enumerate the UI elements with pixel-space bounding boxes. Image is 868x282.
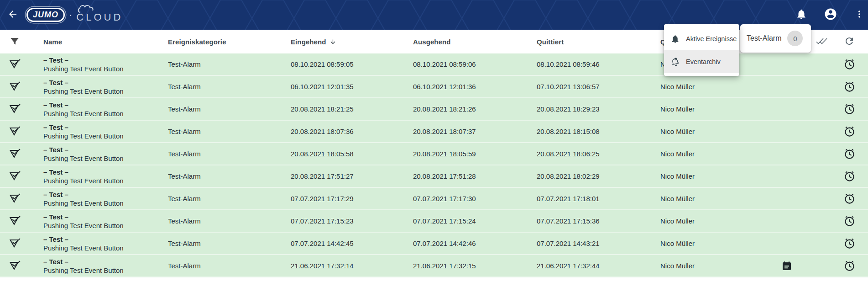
calendar-icon[interactable] — [781, 255, 794, 277]
event-state-triangle-check-icon — [9, 255, 22, 277]
event-category: Test-Alarm — [168, 98, 201, 120]
category-count-badge: 0 — [787, 31, 803, 46]
table-row[interactable]: – Test – Pushing Test Event Button Test-… — [0, 165, 868, 188]
acknowledge-all-button[interactable] — [812, 34, 831, 49]
event-incoming-time: 07.07.2021 17:15:23 — [291, 210, 354, 232]
menu-item-event-archive[interactable]: Eventarchiv — [664, 50, 739, 73]
event-outgoing-time: 07.07.2021 17:17:30 — [413, 188, 476, 209]
table-row[interactable]: – Test – Pushing Test Event Button Test-… — [0, 188, 868, 210]
event-state-triangle-check-icon — [9, 165, 22, 187]
alarm-clock-icon[interactable] — [843, 53, 857, 75]
event-category: Test-Alarm — [168, 53, 201, 75]
event-category: Test-Alarm — [168, 210, 201, 232]
event-name-cell: – Test – Pushing Test Event Button — [43, 143, 124, 165]
event-acknowledged-by: Nico Müller — [660, 121, 695, 142]
event-incoming-time: 08.10.2021 08:59:05 — [291, 53, 354, 75]
event-state-triangle-check-icon — [9, 98, 22, 120]
funnel-icon — [9, 42, 20, 48]
table-row[interactable]: – Test – Pushing Test Event Button Test-… — [0, 255, 868, 277]
refresh-button[interactable] — [840, 34, 858, 49]
alarm-clock-icon[interactable] — [843, 98, 857, 120]
event-description: Pushing Test Event Button — [43, 176, 124, 185]
event-outgoing-time: 06.10.2021 12:01:36 — [413, 76, 476, 97]
cloud-icon — [77, 3, 98, 15]
event-acknowledged-time: 07.07.2021 14:43:21 — [537, 233, 600, 254]
bell-icon — [795, 8, 807, 21]
alarm-clock-icon[interactable] — [843, 165, 857, 187]
category-filter-popup: Test-Alarm 0 — [740, 24, 811, 53]
event-title: – Test – — [43, 257, 68, 266]
event-outgoing-time: 07.07.2021 17:15:24 — [413, 210, 476, 232]
event-name-cell: – Test – Pushing Test Event Button — [43, 76, 124, 97]
event-acknowledged-time: 07.07.2021 17:18:01 — [537, 188, 600, 209]
more-menu-button[interactable] — [852, 0, 866, 30]
table-row[interactable]: – Test – Pushing Test Event Button Test-… — [0, 233, 868, 255]
alarm-clock-icon[interactable] — [843, 233, 857, 254]
event-title: – Test – — [43, 145, 68, 154]
jumo-logo: JUMO — [26, 8, 65, 22]
column-header-acknowledged[interactable]: Quittiert — [537, 30, 564, 53]
column-header-outgoing[interactable]: Ausgehend — [413, 30, 451, 53]
category-chip-label[interactable]: Test-Alarm — [747, 34, 781, 43]
event-outgoing-time: 20.08.2021 18:21:26 — [413, 98, 476, 120]
event-incoming-time: 20.08.2021 18:07:36 — [291, 121, 354, 142]
column-header-category[interactable]: Ereigniskategorie — [168, 30, 226, 53]
table-row[interactable]: – Test – Pushing Test Event Button Test-… — [0, 76, 868, 98]
event-acknowledged-by: Nico Müller — [660, 210, 695, 232]
event-description: Pushing Test Event Button — [43, 132, 124, 140]
event-title: – Test – — [43, 101, 68, 109]
event-outgoing-time: 21.06.2021 17:32:15 — [413, 255, 476, 277]
event-category: Test-Alarm — [168, 165, 201, 187]
table-row[interactable]: – Test – Pushing Test Event Button Test-… — [0, 98, 868, 121]
cloud-wordmark: CLOUD — [76, 7, 123, 23]
alarm-clock-icon[interactable] — [843, 121, 857, 142]
event-acknowledged-time: 21.06.2021 17:32:44 — [537, 255, 600, 277]
event-outgoing-time: 20.08.2021 18:05:59 — [413, 143, 476, 165]
account-button[interactable] — [822, 0, 839, 30]
table-row[interactable]: – Test – Pushing Test Event Button Test-… — [0, 121, 868, 143]
event-acknowledged-by: Nico Müller — [660, 76, 695, 97]
alarm-clock-icon[interactable] — [843, 255, 857, 277]
event-acknowledged-time: 20.08.2021 18:06:25 — [537, 143, 600, 165]
event-state-triangle-check-icon — [9, 143, 22, 165]
menu-item-active-events[interactable]: Aktive Ereignisse — [664, 27, 739, 50]
event-title: – Test – — [43, 235, 68, 244]
event-outgoing-time: 20.08.2021 18:07:37 — [413, 121, 476, 142]
event-category: Test-Alarm — [168, 188, 201, 209]
alarm-clock-icon[interactable] — [843, 143, 857, 165]
event-state-triangle-check-icon — [9, 233, 22, 254]
event-description: Pushing Test Event Button — [43, 199, 124, 208]
event-description: Pushing Test Event Button — [43, 266, 124, 275]
alarm-clock-icon[interactable] — [843, 76, 857, 97]
event-incoming-time: 07.07.2021 17:17:29 — [291, 188, 354, 209]
back-button[interactable] — [4, 0, 22, 30]
table-row[interactable]: – Test – Pushing Test Event Button Test-… — [0, 210, 868, 233]
event-acknowledged-time: 07.10.2021 13:06:57 — [537, 76, 600, 97]
event-name-cell: – Test – Pushing Test Event Button — [43, 233, 124, 254]
double-check-icon — [815, 36, 828, 48]
filter-button[interactable] — [9, 36, 20, 47]
event-state-triangle-check-icon — [9, 53, 22, 75]
event-title: – Test – — [43, 78, 68, 87]
event-description: Pushing Test Event Button — [43, 244, 124, 252]
event-title: – Test – — [43, 123, 68, 132]
event-name-cell: – Test – Pushing Test Event Button — [43, 210, 124, 232]
alarm-clock-icon[interactable] — [843, 188, 857, 209]
event-acknowledged-by: Nico Müller — [660, 255, 695, 277]
column-header-name[interactable]: Name — [43, 30, 62, 53]
column-header-incoming[interactable]: Eingehend — [291, 30, 336, 53]
jumo-cloud-events-page: JUMO · CLOUD — [0, 0, 868, 282]
event-description: Pushing Test Event Button — [43, 87, 124, 96]
event-state-triangle-check-icon — [9, 188, 22, 209]
refresh-icon — [844, 36, 855, 48]
event-incoming-time: 21.06.2021 17:32:14 — [291, 255, 354, 277]
table-row[interactable]: – Test – Pushing Test Event Button Test-… — [0, 143, 868, 165]
alarm-clock-icon[interactable] — [843, 210, 857, 232]
event-description: Pushing Test Event Button — [43, 109, 124, 118]
event-acknowledged-time: 20.08.2021 18:29:23 — [537, 98, 600, 120]
event-description: Pushing Test Event Button — [43, 221, 124, 230]
event-outgoing-time: 07.07.2021 14:42:46 — [413, 233, 476, 254]
event-state-triangle-check-icon — [9, 121, 22, 142]
event-name-cell: – Test – Pushing Test Event Button — [43, 165, 124, 187]
event-title: – Test – — [43, 213, 68, 221]
